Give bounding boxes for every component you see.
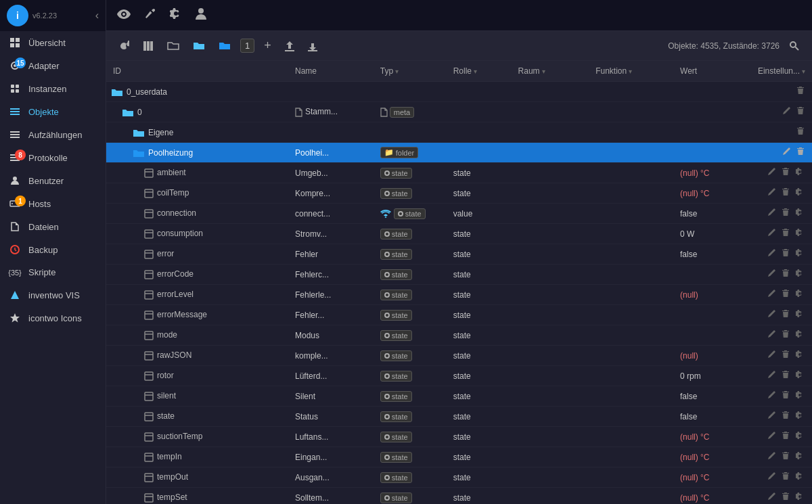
- sidebar-item-benutzer[interactable]: Benutzer: [0, 169, 106, 192]
- sidebar-item-backup[interactable]: Backup: [0, 238, 106, 261]
- settings-button[interactable]: [794, 329, 805, 342]
- delete-button[interactable]: [781, 248, 790, 260]
- col-typ[interactable]: Typ▾: [374, 61, 447, 82]
- col-wert[interactable]: Wert: [673, 61, 751, 82]
- settings-button[interactable]: [794, 207, 805, 220]
- table-row[interactable]: modeModus statestate: [106, 325, 812, 346]
- sidebar-item-instanzen[interactable]: Instanzen: [0, 77, 106, 100]
- delete-button[interactable]: [796, 106, 805, 118]
- delete-button[interactable]: [781, 288, 790, 301]
- delete-button[interactable]: [781, 349, 790, 362]
- delete-button[interactable]: [781, 410, 790, 423]
- table-row[interactable]: PoolheizungPoolhei...📁 folder: [106, 143, 812, 163]
- table-row[interactable]: tempInEingan... statestate(null) °C: [106, 447, 812, 467]
- upload-button[interactable]: [281, 38, 298, 54]
- user-icon[interactable]: [196, 7, 206, 23]
- delete-button[interactable]: [781, 268, 790, 281]
- delete-button[interactable]: [796, 85, 805, 98]
- delete-button[interactable]: [781, 390, 790, 403]
- edit-button[interactable]: [766, 268, 777, 281]
- settings-button[interactable]: [794, 268, 805, 281]
- col-einstellungen[interactable]: Einstellun...▾: [751, 61, 812, 82]
- eye-icon[interactable]: [117, 8, 131, 22]
- download-button[interactable]: [304, 38, 321, 54]
- table-row[interactable]: errorMessageFehler... statestate: [106, 305, 812, 325]
- edit-button[interactable]: [766, 288, 777, 301]
- table-row[interactable]: errorFehler statestatefalse: [106, 244, 812, 265]
- refresh-button[interactable]: [114, 38, 133, 54]
- col-id[interactable]: ID: [106, 61, 288, 82]
- col-raum[interactable]: Raum▾: [512, 61, 589, 82]
- edit-button[interactable]: [781, 106, 792, 118]
- delete-button[interactable]: [781, 166, 790, 179]
- delete-button[interactable]: [781, 329, 790, 342]
- table-row[interactable]: silentSilent statestatefalse: [106, 386, 812, 407]
- table-row[interactable]: coilTempKompre... statestate(null) °C: [106, 183, 812, 204]
- edit-button[interactable]: [766, 308, 777, 321]
- edit-button[interactable]: [766, 430, 777, 443]
- settings-button[interactable]: [794, 227, 805, 240]
- sidebar-item-uebersicht[interactable]: Übersicht: [0, 31, 106, 54]
- edit-button[interactable]: [766, 369, 777, 382]
- sidebar-item-adapter[interactable]: Adapter 15: [0, 54, 106, 77]
- sidebar-item-dateien[interactable]: Dateien: [0, 215, 106, 238]
- search-button[interactable]: [785, 38, 804, 54]
- table-row[interactable]: suctionTempLuftans... statestate(null) °…: [106, 427, 812, 447]
- edit-button[interactable]: [766, 390, 777, 403]
- settings-button[interactable]: [794, 248, 805, 260]
- settings-button[interactable]: [794, 369, 805, 382]
- edit-button[interactable]: [781, 146, 792, 159]
- edit-button[interactable]: [766, 451, 777, 463]
- table-row[interactable]: rawJSONkomple... statestate(null): [106, 346, 812, 366]
- collapse-button[interactable]: ‹: [95, 9, 99, 22]
- view-columns-button[interactable]: [139, 38, 158, 54]
- sidebar-item-aufzaehlungen[interactable]: Aufzählungen: [0, 123, 106, 146]
- edit-button[interactable]: [766, 491, 777, 504]
- col-name[interactable]: Name: [288, 61, 374, 82]
- sidebar-item-objekte[interactable]: Objekte: [0, 100, 106, 123]
- sidebar-item-hosts[interactable]: Hosts 1: [0, 192, 106, 215]
- settings-button[interactable]: [794, 491, 805, 504]
- delete-button[interactable]: [796, 146, 805, 159]
- delete-button[interactable]: [796, 126, 805, 139]
- table-row[interactable]: stateStatus statestatefalse: [106, 407, 812, 427]
- sidebar-item-icontwo-icons[interactable]: icontwo Icons: [0, 306, 106, 329]
- settings-button[interactable]: [794, 187, 805, 200]
- edit-button[interactable]: [766, 207, 777, 220]
- edit-button[interactable]: [766, 187, 777, 200]
- table-row[interactable]: 0_userdata: [106, 82, 812, 102]
- col-funktion[interactable]: Funktion▾: [589, 61, 673, 82]
- delete-button[interactable]: [781, 187, 790, 200]
- sidebar-item-inventwo-vis[interactable]: inventwo VIS: [0, 283, 106, 306]
- delete-button[interactable]: [781, 491, 790, 504]
- sidebar-item-skripte[interactable]: {35} Skripte: [0, 261, 106, 283]
- edit-button[interactable]: [766, 166, 777, 179]
- table-row[interactable]: consumptionStromv... statestate0 W: [106, 224, 812, 244]
- table-row[interactable]: ambientUmgeb... statestate(null) °C: [106, 163, 812, 183]
- settings-button[interactable]: [794, 471, 805, 484]
- delete-button[interactable]: [781, 451, 790, 463]
- sidebar-item-protokolle[interactable]: Protokolle 8: [0, 146, 106, 169]
- col-rolle[interactable]: Rolle▾: [447, 61, 512, 82]
- delete-button[interactable]: [781, 430, 790, 443]
- edit-button[interactable]: [766, 410, 777, 423]
- settings-button[interactable]: [794, 166, 805, 179]
- table-row[interactable]: errorLevelFehlerle... statestate(null): [106, 285, 812, 305]
- settings-button[interactable]: [794, 410, 805, 423]
- edit-button[interactable]: [766, 349, 777, 362]
- folder-expand-button[interactable]: [189, 39, 209, 53]
- table-row[interactable]: connectionconnect... statevaluefalse: [106, 204, 812, 224]
- object-count-button[interactable]: 1: [240, 39, 254, 53]
- edit-button[interactable]: [766, 329, 777, 342]
- table-row[interactable]: errorCodeFehlerc... statestate: [106, 265, 812, 285]
- settings-button[interactable]: [794, 288, 805, 301]
- add-object-button[interactable]: +: [260, 36, 275, 55]
- settings-button[interactable]: [794, 308, 805, 321]
- table-row[interactable]: 0Stamm... meta: [106, 102, 812, 122]
- settings-button[interactable]: [794, 349, 805, 362]
- delete-button[interactable]: [781, 227, 790, 240]
- table-row[interactable]: rotorLüfterd... statestate0 rpm: [106, 366, 812, 386]
- table-row[interactable]: tempOutAusgan... statestate(null) °C: [106, 467, 812, 488]
- settings-icon[interactable]: [170, 7, 182, 23]
- delete-button[interactable]: [781, 308, 790, 321]
